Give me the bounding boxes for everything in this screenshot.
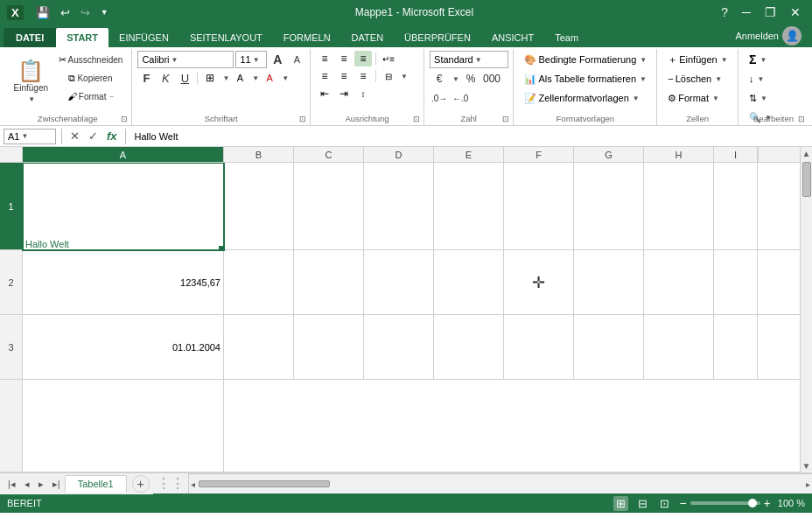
cell-G2[interactable] [574,250,644,315]
copy-button[interactable]: ⧉ Kopieren [55,69,127,87]
wrap-text-button[interactable]: ↵≡ [380,51,397,66]
tab-view[interactable]: ANSICHT [481,28,544,47]
col-header-G[interactable]: G [574,147,644,162]
text-direction[interactable]: ↕ [354,86,372,102]
cell-A4[interactable] [23,380,224,472]
merge-cells-button[interactable]: ⊟ [380,68,397,84]
tab-file[interactable]: DATEI [4,28,56,47]
cancel-icon[interactable]: ✕ [67,130,82,143]
cell-I1[interactable] [714,163,758,250]
vertical-scrollbar[interactable]: ▲ ▼ [800,147,812,472]
font-color-button[interactable]: A [261,70,278,86]
bold-button[interactable]: F [137,70,155,86]
cell-B3[interactable] [224,315,294,380]
cell-H1[interactable] [644,163,714,250]
zoom-out-button[interactable]: − [679,496,686,510]
cell-C2[interactable] [294,250,364,315]
format-table-button[interactable]: 📊 Als Tabelle formatieren ▼ [519,70,652,88]
delete-cells-button[interactable]: − Löschen ▼ [662,70,727,88]
customize-quickaccess[interactable]: ▼ [97,6,112,18]
align-left-button[interactable]: ≡ [316,68,333,84]
number-format-selector[interactable]: Standard ▼ [430,51,508,68]
col-header-C[interactable]: C [294,147,364,162]
col-header-I[interactable]: I [714,147,758,162]
tab-nav-first[interactable]: |◂ [4,479,20,490]
font-increase-button[interactable]: A [269,52,286,67]
cell-A3[interactable]: 01.01.2004 [23,315,224,380]
font-expand[interactable]: ⊡ [299,115,306,123]
align-top-left[interactable]: ≡ [316,51,333,66]
fill-button[interactable]: ↓ ▼ [744,70,769,88]
page-layout-icon[interactable]: ⊟ [635,496,650,511]
row-header-4[interactable] [0,380,23,472]
clipboard-expand[interactable]: ⊡ [121,115,128,123]
tab-nav-prev[interactable]: ◂ [20,479,34,490]
border-button[interactable]: ⊞ [201,70,219,86]
cell-F1[interactable] [504,163,574,250]
scroll-thumb-v[interactable] [802,162,811,197]
hscroll-right-arrow[interactable]: ▸ [804,480,812,489]
undo-quickaccess[interactable]: ↩ [57,4,74,21]
col-header-A[interactable]: A [23,147,224,162]
col-header-H[interactable]: H [644,147,714,162]
align-expand[interactable]: ⊡ [413,115,420,123]
save-quickaccess[interactable]: 💾 [32,4,53,21]
scroll-down-arrow[interactable]: ▼ [801,459,812,472]
cell-D2[interactable] [364,250,434,315]
zoom-level[interactable]: 100 % [778,498,805,508]
cell-styles-button[interactable]: 📝 Zellenformatvorlagen ▼ [519,89,644,107]
grid-view-icon[interactable]: ⊞ [613,496,628,511]
empty-area[interactable] [224,380,812,472]
autosum-button[interactable]: Σ ▼ [744,51,772,68]
number-expand[interactable]: ⊡ [502,115,509,123]
cell-A1[interactable]: Hallo Welt [23,163,224,250]
row-header-1[interactable]: 1 [0,163,23,249]
font-decrease-button[interactable]: A [288,52,305,67]
cell-F3[interactable] [504,315,574,380]
cell-E2[interactable] [434,250,504,315]
scroll-up-arrow[interactable]: ▲ [801,147,812,160]
zoom-thumb[interactable] [748,499,757,508]
horizontal-scrollbar[interactable]: ◂ ▸ [188,473,812,494]
hscroll-left-arrow[interactable]: ◂ [189,480,197,489]
align-top-right[interactable]: ≡ [354,51,372,66]
cell-C1[interactable] [294,163,364,250]
zoom-slider[interactable] [690,501,760,505]
cell-E3[interactable] [434,315,504,380]
tab-review[interactable]: ÜBERPRÜFEN [394,28,481,47]
cell-D1[interactable] [364,163,434,250]
font-size-selector[interactable]: 11 ▼ [235,51,267,68]
anmelden-button[interactable]: Anmelden 👤 [728,24,808,47]
zoom-in-button[interactable]: + [764,496,771,510]
thousands-button[interactable]: 000 [482,70,501,88]
formula-input[interactable] [131,131,808,142]
row-header-2[interactable]: 2 [0,250,23,314]
hscroll-track[interactable] [197,474,804,494]
hscroll-thumb[interactable] [199,480,330,487]
col-header-F[interactable]: F [504,147,574,162]
tab-home[interactable]: START [56,28,108,47]
cell-H2[interactable] [644,250,714,315]
row-header-3[interactable]: 3 [0,315,23,379]
minimize-button[interactable]: ─ [738,0,755,24]
tab-nav-next[interactable]: ▸ [34,479,48,490]
tab-formulas[interactable]: FORMELN [273,28,341,47]
increase-decimal[interactable]: .0→ [430,89,449,107]
currency-button[interactable]: € [430,70,449,88]
cell-I2[interactable] [714,250,758,315]
cell-resize-handle[interactable] [219,246,224,251]
cell-D3[interactable] [364,315,434,380]
font-name-selector[interactable]: Calibri ▼ [137,51,234,68]
paste-button[interactable]: 📋 Einfügen ▼ [9,51,53,112]
align-right-button[interactable]: ≡ [354,68,372,84]
indent-decrease[interactable]: ⇤ [316,86,333,102]
add-sheet-button[interactable]: + [132,475,150,493]
align-center-button[interactable]: ≡ [335,68,353,84]
col-header-B[interactable]: B [224,147,294,162]
col-header-D[interactable]: D [364,147,434,162]
cell-reference-box[interactable]: A1 ▼ [4,129,56,144]
cell-I3[interactable] [714,315,758,380]
cell-C3[interactable] [294,315,364,380]
confirm-icon[interactable]: ✓ [86,130,101,143]
tab-team[interactable]: Team [544,28,589,47]
